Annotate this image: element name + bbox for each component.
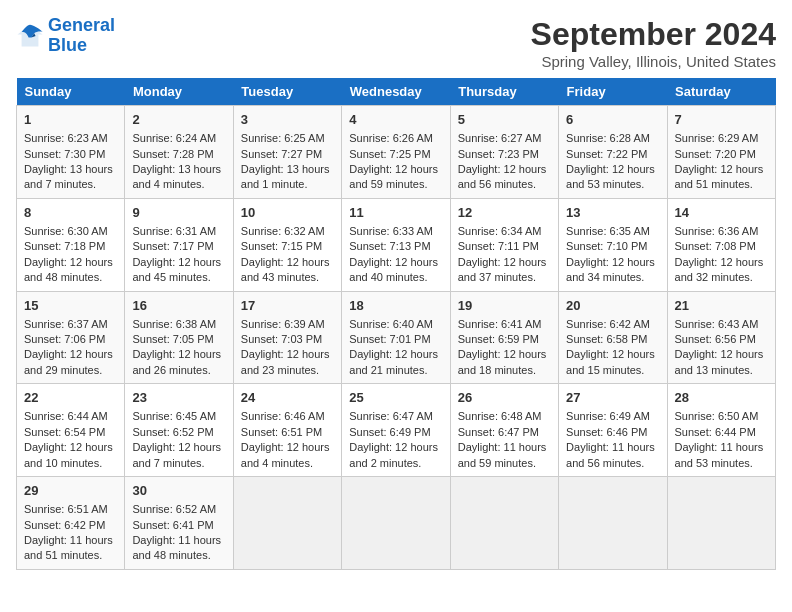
sunset-text: Sunset: 6:44 PM [675,425,768,440]
calendar-cell: 9Sunrise: 6:31 AMSunset: 7:17 PMDaylight… [125,198,233,291]
sunset-text: Sunset: 7:30 PM [24,147,117,162]
sunset-text: Sunset: 7:15 PM [241,239,334,254]
sunset-text: Sunset: 7:13 PM [349,239,442,254]
day-number: 4 [349,111,442,129]
sunset-text: Sunset: 7:08 PM [675,239,768,254]
calendar-cell: 8Sunrise: 6:30 AMSunset: 7:18 PMDaylight… [17,198,125,291]
day-number: 6 [566,111,659,129]
calendar-cell: 27Sunrise: 6:49 AMSunset: 6:46 PMDayligh… [559,384,667,477]
sunrise-text: Sunrise: 6:30 AM [24,224,117,239]
sunset-text: Sunset: 6:52 PM [132,425,225,440]
calendar-cell: 30Sunrise: 6:52 AMSunset: 6:41 PMDayligh… [125,477,233,570]
col-header-friday: Friday [559,78,667,106]
sunset-text: Sunset: 6:56 PM [675,332,768,347]
sunset-text: Sunset: 7:20 PM [675,147,768,162]
sunrise-text: Sunrise: 6:52 AM [132,502,225,517]
sunrise-text: Sunrise: 6:41 AM [458,317,551,332]
daylight-text: Daylight: 12 hours and 2 minutes. [349,440,442,471]
daylight-text: Daylight: 12 hours and 59 minutes. [349,162,442,193]
sunrise-text: Sunrise: 6:45 AM [132,409,225,424]
sunset-text: Sunset: 7:27 PM [241,147,334,162]
sunset-text: Sunset: 7:05 PM [132,332,225,347]
sunset-text: Sunset: 6:54 PM [24,425,117,440]
calendar-cell: 15Sunrise: 6:37 AMSunset: 7:06 PMDayligh… [17,291,125,384]
daylight-text: Daylight: 12 hours and 45 minutes. [132,255,225,286]
daylight-text: Daylight: 12 hours and 23 minutes. [241,347,334,378]
day-number: 24 [241,389,334,407]
calendar-cell [450,477,558,570]
calendar-cell [342,477,450,570]
day-number: 1 [24,111,117,129]
day-number: 8 [24,204,117,222]
calendar-cell: 18Sunrise: 6:40 AMSunset: 7:01 PMDayligh… [342,291,450,384]
col-header-thursday: Thursday [450,78,558,106]
daylight-text: Daylight: 12 hours and 7 minutes. [132,440,225,471]
calendar-cell: 28Sunrise: 6:50 AMSunset: 6:44 PMDayligh… [667,384,775,477]
calendar-cell: 26Sunrise: 6:48 AMSunset: 6:47 PMDayligh… [450,384,558,477]
header: General Blue September 2024 Spring Valle… [16,16,776,70]
calendar-cell: 13Sunrise: 6:35 AMSunset: 7:10 PMDayligh… [559,198,667,291]
day-number: 9 [132,204,225,222]
sunrise-text: Sunrise: 6:42 AM [566,317,659,332]
sunset-text: Sunset: 7:25 PM [349,147,442,162]
day-number: 17 [241,297,334,315]
day-number: 3 [241,111,334,129]
daylight-text: Daylight: 12 hours and 29 minutes. [24,347,117,378]
daylight-text: Daylight: 11 hours and 48 minutes. [132,533,225,564]
sunrise-text: Sunrise: 6:27 AM [458,131,551,146]
day-number: 21 [675,297,768,315]
sunrise-text: Sunrise: 6:44 AM [24,409,117,424]
sunrise-text: Sunrise: 6:37 AM [24,317,117,332]
sunrise-text: Sunrise: 6:29 AM [675,131,768,146]
page-title: September 2024 [531,16,776,53]
day-number: 22 [24,389,117,407]
day-number: 26 [458,389,551,407]
calendar-cell [667,477,775,570]
calendar-cell: 11Sunrise: 6:33 AMSunset: 7:13 PMDayligh… [342,198,450,291]
daylight-text: Daylight: 12 hours and 10 minutes. [24,440,117,471]
calendar-cell: 1Sunrise: 6:23 AMSunset: 7:30 PMDaylight… [17,106,125,199]
day-number: 11 [349,204,442,222]
sunset-text: Sunset: 6:51 PM [241,425,334,440]
calendar-cell: 20Sunrise: 6:42 AMSunset: 6:58 PMDayligh… [559,291,667,384]
daylight-text: Daylight: 13 hours and 4 minutes. [132,162,225,193]
sunset-text: Sunset: 6:49 PM [349,425,442,440]
sunrise-text: Sunrise: 6:26 AM [349,131,442,146]
day-number: 5 [458,111,551,129]
sunrise-text: Sunrise: 6:34 AM [458,224,551,239]
logo-icon [16,22,44,50]
day-number: 10 [241,204,334,222]
sunset-text: Sunset: 7:17 PM [132,239,225,254]
daylight-text: Daylight: 11 hours and 51 minutes. [24,533,117,564]
sunrise-text: Sunrise: 6:48 AM [458,409,551,424]
sunrise-text: Sunrise: 6:33 AM [349,224,442,239]
week-row-1: 1Sunrise: 6:23 AMSunset: 7:30 PMDaylight… [17,106,776,199]
daylight-text: Daylight: 12 hours and 48 minutes. [24,255,117,286]
col-header-sunday: Sunday [17,78,125,106]
sunrise-text: Sunrise: 6:47 AM [349,409,442,424]
sunrise-text: Sunrise: 6:35 AM [566,224,659,239]
sunrise-text: Sunrise: 6:23 AM [24,131,117,146]
sunset-text: Sunset: 6:47 PM [458,425,551,440]
calendar-cell: 19Sunrise: 6:41 AMSunset: 6:59 PMDayligh… [450,291,558,384]
sunset-text: Sunset: 7:18 PM [24,239,117,254]
week-row-5: 29Sunrise: 6:51 AMSunset: 6:42 PMDayligh… [17,477,776,570]
calendar-cell: 24Sunrise: 6:46 AMSunset: 6:51 PMDayligh… [233,384,341,477]
title-area: September 2024 Spring Valley, Illinois, … [531,16,776,70]
calendar-cell [233,477,341,570]
week-row-4: 22Sunrise: 6:44 AMSunset: 6:54 PMDayligh… [17,384,776,477]
day-number: 27 [566,389,659,407]
daylight-text: Daylight: 12 hours and 18 minutes. [458,347,551,378]
sunrise-text: Sunrise: 6:32 AM [241,224,334,239]
sunrise-text: Sunrise: 6:40 AM [349,317,442,332]
col-header-saturday: Saturday [667,78,775,106]
daylight-text: Daylight: 12 hours and 4 minutes. [241,440,334,471]
calendar-cell [559,477,667,570]
day-number: 23 [132,389,225,407]
sunset-text: Sunset: 7:03 PM [241,332,334,347]
sunset-text: Sunset: 6:59 PM [458,332,551,347]
col-header-wednesday: Wednesday [342,78,450,106]
calendar-cell: 22Sunrise: 6:44 AMSunset: 6:54 PMDayligh… [17,384,125,477]
calendar-cell: 3Sunrise: 6:25 AMSunset: 7:27 PMDaylight… [233,106,341,199]
daylight-text: Daylight: 12 hours and 56 minutes. [458,162,551,193]
